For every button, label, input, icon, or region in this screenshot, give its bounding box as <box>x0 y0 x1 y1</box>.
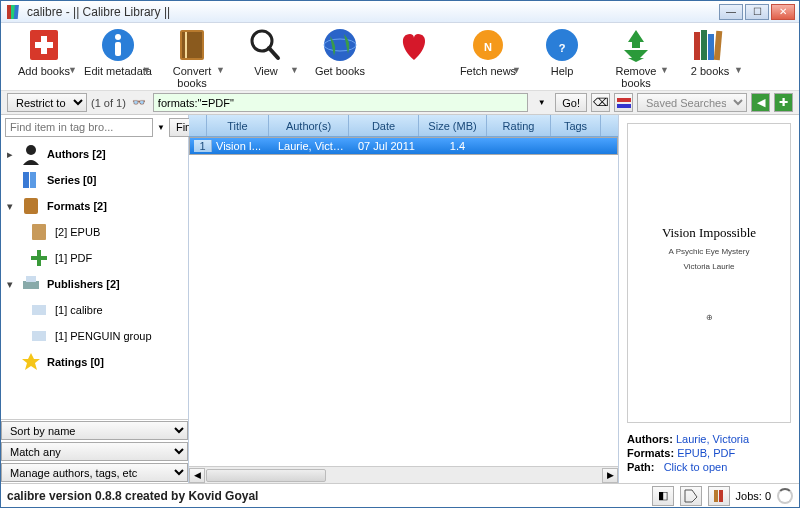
book-metadata: Authors: Laurie, Victoria Formats: EPUB,… <box>623 427 795 479</box>
scroll-left[interactable]: ◀ <box>189 468 205 483</box>
svg-rect-27 <box>23 172 29 188</box>
tree-pub-penguin[interactable]: [1] PENGUIN group <box>1 323 188 349</box>
add-books-button[interactable]: Add books▼ <box>9 25 79 89</box>
svg-text:?: ? <box>559 42 566 54</box>
printer-icon <box>19 273 43 295</box>
layout-button[interactable]: ◧ <box>652 486 674 506</box>
tree-formats[interactable]: ▾Formats [2] <box>1 193 188 219</box>
path-link[interactable]: Click to open <box>664 461 728 473</box>
save-search-button[interactable]: ◀ <box>751 93 770 112</box>
library-button[interactable]: 2 books▼ <box>675 25 745 89</box>
tag-button[interactable] <box>680 486 702 506</box>
highlight-button[interactable] <box>614 93 633 112</box>
minimize-button[interactable]: — <box>719 4 743 20</box>
tree-pub-calibre[interactable]: [1] calibre <box>1 297 188 323</box>
svg-rect-36 <box>32 331 46 341</box>
cover-title: Vision Impossible <box>662 225 756 241</box>
search-bar: Restrict to (1 of 1) 👓 ▼ Go! ⌫ Saved Sea… <box>1 91 799 115</box>
heart-button[interactable] <box>379 25 449 89</box>
result-count: (1 of 1) <box>91 97 126 109</box>
col-tags[interactable]: Tags <box>551 115 601 136</box>
svg-point-14 <box>324 29 356 61</box>
convert-books-button[interactable]: Convert books▼ <box>157 25 227 89</box>
svg-rect-32 <box>31 256 47 260</box>
formats-icon <box>19 195 43 217</box>
sort-select[interactable]: Sort by name <box>1 421 188 440</box>
search-input[interactable] <box>153 93 528 112</box>
clear-search-button[interactable]: ⌫ <box>591 93 610 112</box>
svg-rect-11 <box>185 32 187 58</box>
cover-author: Victoria Laurie <box>684 262 735 271</box>
saved-searches-select[interactable]: Saved Searches <box>637 93 747 112</box>
book-icon <box>27 221 51 243</box>
svg-point-7 <box>115 34 121 40</box>
remove-books-button[interactable]: Remove books▼ <box>601 25 671 89</box>
fetch-news-button[interactable]: NFetch news▼ <box>453 25 523 89</box>
help-button[interactable]: ?Help <box>527 25 597 89</box>
go-button[interactable]: Go! <box>555 93 587 112</box>
col-rating[interactable]: Rating <box>487 115 551 136</box>
cover-button[interactable] <box>708 486 730 506</box>
edit-metadata-button[interactable]: Edit metadata▼ <box>83 25 153 89</box>
tree-format-epub[interactable]: [2] EPUB <box>1 219 188 245</box>
chevron-down-icon[interactable]: ▼ <box>157 123 165 132</box>
tree-publishers[interactable]: ▾Publishers [2] <box>1 271 188 297</box>
svg-rect-29 <box>24 198 38 214</box>
svg-rect-38 <box>714 490 718 502</box>
col-rownum[interactable] <box>189 115 207 136</box>
tree-authors[interactable]: ▸Authors [2] <box>1 141 188 167</box>
binoculars-icon[interactable]: 👓 <box>130 96 149 109</box>
svg-rect-22 <box>708 34 714 60</box>
book-cover[interactable]: Vision Impossible A Psychic Eye Mystery … <box>627 123 791 423</box>
news-icon: N <box>468 26 508 64</box>
tree-format-pdf[interactable]: [1] PDF <box>1 245 188 271</box>
svg-rect-8 <box>115 42 121 56</box>
col-date[interactable]: Date <box>349 115 419 136</box>
cover-subtitle: A Psychic Eye Mystery <box>669 247 750 256</box>
svg-text:N: N <box>484 41 492 53</box>
chevron-down-icon: ▼ <box>290 65 299 75</box>
col-authors[interactable]: Author(s) <box>269 115 349 136</box>
horizontal-scrollbar[interactable]: ◀ ▶ <box>189 466 618 483</box>
heart-icon <box>394 26 434 64</box>
scroll-right[interactable]: ▶ <box>602 468 618 483</box>
tree-ratings[interactable]: Ratings [0] <box>1 349 188 375</box>
book-icon <box>172 26 212 64</box>
table-row[interactable]: 1 Vision I... Laurie, Victoria 07 Jul 20… <box>189 137 618 155</box>
magnifier-icon <box>246 26 286 64</box>
view-button[interactable]: View▼ <box>231 25 301 89</box>
formats-link[interactable]: EPUB, PDF <box>677 447 735 459</box>
svg-rect-39 <box>719 490 723 502</box>
col-title[interactable]: Title <box>207 115 269 136</box>
chevron-down-icon: ▼ <box>660 65 669 75</box>
scroll-thumb[interactable] <box>206 469 326 482</box>
authors-link[interactable]: Laurie, Victoria <box>676 433 749 445</box>
help-icon: ? <box>542 26 582 64</box>
col-size[interactable]: Size (MB) <box>419 115 487 136</box>
maximize-button[interactable]: ☐ <box>745 4 769 20</box>
tag-find-input[interactable] <box>5 118 153 137</box>
jobs-label[interactable]: Jobs: 0 <box>736 490 771 502</box>
publisher-icon <box>27 299 51 321</box>
publisher-icon <box>27 325 51 347</box>
svg-point-26 <box>26 145 36 155</box>
search-dropdown[interactable]: ▼ <box>532 98 551 107</box>
tree-series[interactable]: Series [0] <box>1 167 188 193</box>
manage-select[interactable]: Manage authors, tags, etc <box>1 463 188 482</box>
chevron-down-icon: ▼ <box>734 65 743 75</box>
spinner-icon <box>777 488 793 504</box>
globe-icon <box>320 26 360 64</box>
grid-body[interactable]: 1 Vision I... Laurie, Victoria 07 Jul 20… <box>189 137 618 466</box>
status-bar: calibre version 0.8.8 created by Kovid G… <box>1 483 799 507</box>
book-list-pane: Title Author(s) Date Size (MB) Rating Ta… <box>189 115 619 483</box>
get-books-button[interactable]: Get books <box>305 25 375 89</box>
chevron-down-icon: ▼ <box>68 65 77 75</box>
plus-icon <box>27 247 51 269</box>
add-saved-button[interactable]: ✚ <box>774 93 793 112</box>
match-select[interactable]: Match any <box>1 442 188 461</box>
restrict-select[interactable]: Restrict to <box>7 93 87 112</box>
close-button[interactable]: ✕ <box>771 4 795 20</box>
tag-tree: ▸Authors [2] Series [0] ▾Formats [2] [2]… <box>1 139 188 419</box>
chevron-down-icon: ▼ <box>216 65 225 75</box>
info-icon <box>98 26 138 64</box>
